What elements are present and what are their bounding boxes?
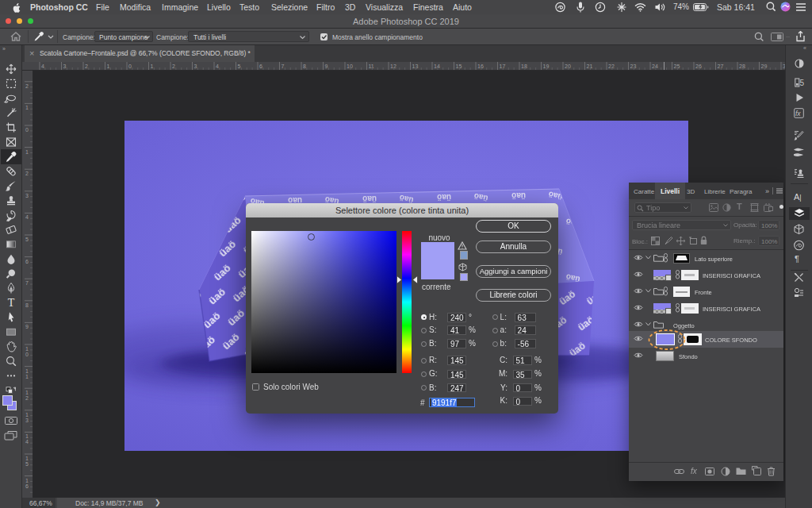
svg-text:5: 5 xyxy=(25,461,29,467)
svg-text:29: 29 xyxy=(761,64,768,69)
svg-text:25: 25 xyxy=(674,64,680,69)
svg-text:1: 1 xyxy=(151,64,154,69)
svg-text:26: 26 xyxy=(695,64,702,69)
svg-text:üaö: üaö xyxy=(586,190,600,198)
svg-text:18: 18 xyxy=(521,64,527,69)
svg-text:5: 5 xyxy=(238,64,241,69)
svg-text:2: 2 xyxy=(85,64,88,69)
svg-text:1: 1 xyxy=(25,456,29,461)
svg-text:6: 6 xyxy=(259,64,262,69)
svg-text:T: T xyxy=(8,297,15,309)
svg-text:1: 1 xyxy=(25,368,29,374)
svg-text:1: 1 xyxy=(25,390,29,395)
svg-text:üaö: üaö xyxy=(511,191,526,200)
svg-text:20: 20 xyxy=(565,64,571,69)
svg-text:16: 16 xyxy=(477,64,484,69)
svg-text:8: 8 xyxy=(303,64,306,69)
svg-text:6: 6 xyxy=(25,259,29,264)
svg-text:1: 1 xyxy=(25,374,29,379)
svg-text:9: 9 xyxy=(25,324,29,329)
svg-text:2: 2 xyxy=(172,64,175,69)
svg-text:1: 1 xyxy=(25,433,29,439)
svg-text:üaö: üaö xyxy=(603,217,618,225)
svg-text:4: 4 xyxy=(216,64,219,69)
svg-text:1: 1 xyxy=(25,105,29,110)
svg-text:3: 3 xyxy=(25,193,29,198)
svg-text:4: 4 xyxy=(25,439,29,444)
svg-text:19: 19 xyxy=(543,64,550,69)
svg-text:üaö: üaö xyxy=(603,272,618,281)
svg-text:12: 12 xyxy=(390,64,396,69)
svg-text:3: 3 xyxy=(63,64,67,69)
svg-text:11: 11 xyxy=(369,64,374,69)
svg-text:0: 0 xyxy=(25,127,29,133)
svg-text:1: 1 xyxy=(25,412,29,418)
svg-text:10: 10 xyxy=(347,64,353,69)
svg-text:22: 22 xyxy=(608,64,615,69)
svg-text:1: 1 xyxy=(25,149,29,155)
svg-text:0: 0 xyxy=(128,64,132,69)
svg-text:23: 23 xyxy=(630,64,637,69)
svg-text:7: 7 xyxy=(25,280,29,286)
svg-text:3: 3 xyxy=(194,64,197,69)
svg-text:4: 4 xyxy=(25,214,29,220)
svg-text:üaö: üaö xyxy=(437,193,451,202)
svg-text:13: 13 xyxy=(412,64,419,69)
svg-text:17: 17 xyxy=(500,64,506,69)
svg-text:0: 0 xyxy=(25,352,29,357)
svg-text:2: 2 xyxy=(25,83,29,89)
svg-text:1: 1 xyxy=(107,64,110,69)
svg-text:1: 1 xyxy=(25,346,29,352)
svg-text:5: 5 xyxy=(25,237,29,242)
svg-text:21: 21 xyxy=(587,64,593,69)
svg-text:2: 2 xyxy=(25,171,29,176)
svg-text:9: 9 xyxy=(325,64,328,69)
svg-text:6: 6 xyxy=(25,483,29,489)
svg-text:8: 8 xyxy=(25,302,29,308)
svg-text:15: 15 xyxy=(456,64,462,69)
svg-text:14: 14 xyxy=(434,64,440,69)
svg-text:üaö: üaö xyxy=(548,190,564,201)
svg-text:üaö: üaö xyxy=(362,194,377,203)
svg-text:7: 7 xyxy=(282,64,285,69)
svg-text:3: 3 xyxy=(25,418,29,423)
svg-text:1: 1 xyxy=(25,478,29,483)
svg-text:2: 2 xyxy=(25,395,29,401)
svg-text:üaö: üaö xyxy=(586,244,600,253)
svg-text:üaö: üaö xyxy=(213,198,228,207)
svg-text:27: 27 xyxy=(718,64,724,69)
svg-text:4: 4 xyxy=(41,64,44,69)
svg-text:24: 24 xyxy=(652,64,658,69)
svg-text:5: 5 xyxy=(800,79,804,87)
svg-text:28: 28 xyxy=(739,64,745,69)
svg-text:fx: fx xyxy=(795,110,801,117)
